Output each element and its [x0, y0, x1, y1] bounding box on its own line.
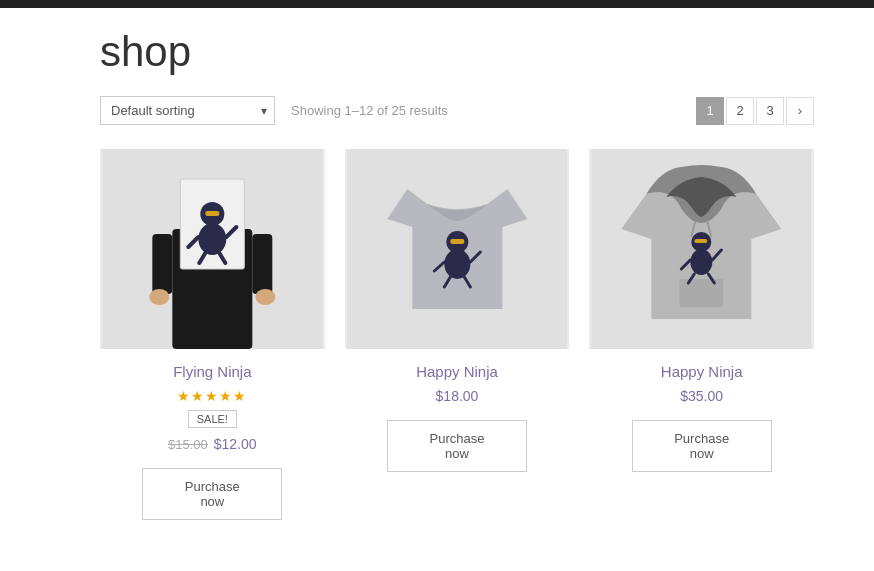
product-card-1: Flying Ninja ★★★★★ SALE! $15.00$12.00 Pu… — [100, 149, 325, 520]
product-card-3: Happy Ninja $35.00 Purchase now — [589, 149, 814, 520]
svg-point-7 — [198, 223, 226, 255]
product-1-image-svg — [100, 149, 325, 349]
top-bar — [0, 0, 874, 8]
products-grid: Flying Ninja ★★★★★ SALE! $15.00$12.00 Pu… — [100, 149, 814, 520]
toolbar-left: Default sortingSort by popularitySort by… — [100, 96, 448, 125]
product-3-name: Happy Ninja — [661, 363, 743, 380]
main-container: shop Default sortingSort by popularitySo… — [0, 8, 874, 560]
svg-point-4 — [149, 289, 169, 305]
product-image-2 — [345, 149, 570, 349]
product-1-name: Flying Ninja — [173, 363, 251, 380]
product-3-price-current: $35.00 — [680, 388, 723, 404]
results-text: Showing 1–12 of 25 results — [291, 103, 448, 118]
svg-point-5 — [255, 289, 275, 305]
product-2-price-current: $18.00 — [436, 388, 479, 404]
product-1-sale-badge: SALE! — [188, 410, 237, 428]
svg-rect-28 — [695, 239, 708, 243]
product-2-name: Happy Ninja — [416, 363, 498, 380]
page-btn-3[interactable]: 3 — [756, 97, 784, 125]
toolbar: Default sortingSort by popularitySort by… — [100, 96, 814, 125]
svg-rect-9 — [205, 211, 219, 216]
svg-point-15 — [444, 249, 470, 279]
product-1-price-original: $15.00 — [168, 437, 208, 452]
product-image-1 — [100, 149, 325, 349]
product-2-image-svg — [345, 149, 570, 349]
product-1-purchase-btn[interactable]: Purchase now — [142, 468, 282, 520]
svg-point-26 — [691, 249, 713, 275]
product-1-stars: ★★★★★ — [177, 388, 247, 404]
page-next-btn[interactable]: › — [786, 97, 814, 125]
product-3-purchase-btn[interactable]: Purchase now — [632, 420, 772, 472]
product-1-price: $15.00$12.00 — [168, 436, 257, 452]
product-2-price: $18.00 — [436, 388, 479, 404]
svg-rect-17 — [450, 239, 464, 244]
svg-rect-2 — [152, 234, 172, 294]
product-3-image-svg — [589, 149, 814, 349]
product-3-price: $35.00 — [680, 388, 723, 404]
page-btn-1[interactable]: 1 — [696, 97, 724, 125]
svg-rect-3 — [252, 234, 272, 294]
svg-rect-23 — [680, 279, 724, 307]
pagination: 1 2 3 › — [696, 97, 814, 125]
product-image-3 — [589, 149, 814, 349]
product-1-price-current: $12.00 — [214, 436, 257, 452]
sort-select-wrapper[interactable]: Default sortingSort by popularitySort by… — [100, 96, 275, 125]
page-title: shop — [100, 28, 814, 76]
sort-select[interactable]: Default sortingSort by popularitySort by… — [100, 96, 275, 125]
page-btn-2[interactable]: 2 — [726, 97, 754, 125]
product-card-2: Happy Ninja $18.00 Purchase now — [345, 149, 570, 520]
product-2-purchase-btn[interactable]: Purchase now — [387, 420, 527, 472]
